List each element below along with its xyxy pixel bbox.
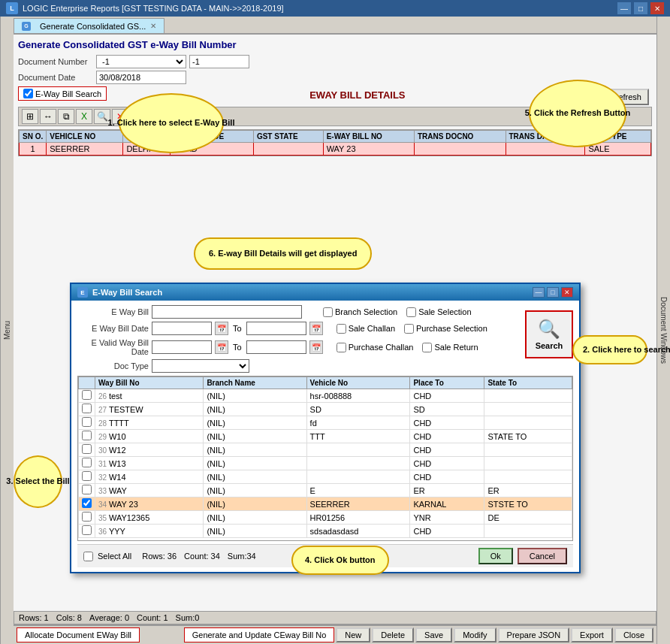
- eway-bill-input[interactable]: [152, 305, 302, 319]
- row-cb[interactable]: [79, 443, 95, 457]
- evalid-date-cal-to[interactable]: 📅: [309, 340, 323, 354]
- row-cb[interactable]: [79, 430, 95, 443]
- eway-search-checkbox[interactable]: E-Way Bill Search: [18, 86, 107, 101]
- row-vehicle: HR01256: [306, 511, 410, 525]
- doc-number-input[interactable]: -1: [189, 55, 249, 68]
- purchase-sel-cb[interactable]: [404, 324, 414, 334]
- eway-bill-label: E Way Bill: [77, 307, 149, 316]
- eway-date-cal-from[interactable]: 📅: [215, 322, 228, 335]
- row-checkbox[interactable]: [82, 525, 92, 535]
- row-checkbox[interactable]: [82, 458, 92, 467]
- dialog-table-row[interactable]: 29 W10 (NIL) TTT CHD STATE TO: [79, 430, 572, 443]
- row-branch: (NIL): [204, 389, 306, 403]
- dialog-table-row[interactable]: 28 TTTT (NIL) fd CHD: [79, 416, 572, 430]
- branch-sel-cb[interactable]: [323, 307, 333, 317]
- doc-type-select[interactable]: [152, 359, 249, 373]
- row-cb[interactable]: [79, 497, 95, 511]
- row-checkbox[interactable]: [82, 417, 92, 427]
- toolbar-excel-btn[interactable]: X: [76, 109, 92, 124]
- export-button[interactable]: Export: [571, 627, 613, 642]
- row-cb[interactable]: [79, 484, 95, 497]
- sale-challan-cb[interactable]: [337, 324, 346, 334]
- dialog-table-row[interactable]: 36 YYY (NIL) sdsadasdasd CHD: [79, 525, 572, 538]
- eway-search-label: E-Way Bill Search: [35, 89, 101, 98]
- prepare-json-button[interactable]: Prepare JSON: [498, 627, 570, 642]
- eway-date-to[interactable]: [246, 322, 306, 335]
- dialog-row-valid-date: E Valid Way Bill Date 📅 To 📅 Purchase Ch…: [77, 338, 573, 356]
- side-menu-left[interactable]: Menu: [0, 17, 14, 644]
- eway-date-cal-to[interactable]: 📅: [309, 322, 323, 335]
- row-checkbox[interactable]: [82, 498, 92, 508]
- modify-button[interactable]: Modify: [454, 627, 496, 642]
- cancel-button[interactable]: Cancel: [518, 548, 567, 564]
- eway-search-area: E-Way Bill Search: [18, 86, 107, 101]
- close-button[interactable]: ✕: [650, 2, 664, 14]
- dialog-table-row[interactable]: 26 test (NIL) hsr-008888 CHD: [79, 389, 572, 403]
- col-vehicle: VEHICLE NO: [47, 131, 123, 143]
- row-cb[interactable]: [79, 525, 95, 538]
- save-button[interactable]: Save: [415, 627, 452, 642]
- sale-sel-label: Sale Selection: [418, 307, 471, 316]
- new-button[interactable]: New: [336, 627, 370, 642]
- row-branch: (NIL): [204, 525, 306, 538]
- row-checkbox[interactable]: [82, 485, 92, 494]
- row-checkbox[interactable]: [82, 444, 92, 454]
- minimize-button[interactable]: —: [617, 2, 631, 14]
- generate-button[interactable]: Generate and Update CEway Bill No: [184, 627, 335, 642]
- row-cb[interactable]: [79, 511, 95, 525]
- dialog-table-row[interactable]: 31 W13 (NIL) CHD: [79, 457, 572, 470]
- maximize-button[interactable]: □: [634, 2, 647, 14]
- ok-button[interactable]: Ok: [478, 548, 513, 564]
- allocate-button[interactable]: Allocate Document EWay Bill: [17, 627, 140, 642]
- status-count: Count: 1: [137, 613, 168, 622]
- evalid-date-cal-from[interactable]: 📅: [215, 340, 228, 354]
- toolbar-nav-btn[interactable]: ↔: [40, 109, 56, 124]
- row-checkbox[interactable]: [82, 512, 92, 522]
- row-place: CHD: [410, 470, 484, 484]
- dialog-close[interactable]: ✕: [561, 287, 573, 298]
- eway-search-cb[interactable]: [23, 89, 33, 98]
- delete-button[interactable]: Delete: [372, 627, 414, 642]
- row-cb[interactable]: [79, 457, 95, 470]
- doc-date-input[interactable]: [96, 71, 186, 84]
- row-checkbox[interactable]: [82, 404, 92, 413]
- row-cb[interactable]: [79, 470, 95, 484]
- dialog-table-row[interactable]: 27 TESTEW (NIL) SD SD: [79, 403, 572, 416]
- side-menu-right[interactable]: Document Windows: [656, 17, 670, 644]
- tab-close-button[interactable]: ✕: [150, 22, 156, 30]
- purchase-challan-cb[interactable]: [337, 343, 346, 352]
- branch-sel-label: Branch Selection: [335, 307, 397, 316]
- row-checkbox[interactable]: [82, 471, 92, 481]
- col-branch: Branch Name: [204, 377, 306, 389]
- rows-label: Rows: 36: [142, 552, 177, 561]
- row-cb[interactable]: [79, 389, 95, 403]
- dialog-table-row[interactable]: 33 WAY (NIL) E ER ER: [79, 484, 572, 497]
- tab-bar: G Generate Consolidated GS... ✕: [14, 17, 656, 35]
- eway-date-from[interactable]: [152, 322, 212, 335]
- search-button[interactable]: 🔍 Search: [525, 310, 573, 358]
- row-place: CHD: [410, 389, 484, 403]
- row-vehicle: SEERRER: [306, 497, 410, 511]
- close-button-bottom[interactable]: Close: [614, 627, 653, 642]
- row-cb[interactable]: [79, 403, 95, 416]
- col-waybill: Way Bill No: [95, 377, 204, 389]
- evalid-date-to[interactable]: [246, 340, 306, 354]
- dialog-table-row[interactable]: 34 WAY 23 (NIL) SEERRER KARNAL STSTE TO: [79, 497, 572, 511]
- sale-return-cb[interactable]: [422, 343, 432, 352]
- evalid-date-from[interactable]: [152, 340, 212, 354]
- select-all-cb[interactable]: [83, 552, 93, 561]
- row-checkbox[interactable]: [82, 390, 92, 400]
- dialog-table-row[interactable]: 32 W14 (NIL) CHD: [79, 470, 572, 484]
- row-checkbox[interactable]: [82, 431, 92, 440]
- sale-sel-cb[interactable]: [406, 307, 416, 317]
- dialog-table-row[interactable]: 30 W12 (NIL) CHD: [79, 443, 572, 457]
- toolbar-grid-btn[interactable]: ⊞: [22, 109, 38, 124]
- dialog-maximize[interactable]: □: [547, 287, 559, 298]
- tab-generate-gst[interactable]: G Generate Consolidated GS... ✕: [14, 18, 164, 33]
- doc-number-select[interactable]: -1: [96, 55, 186, 68]
- toolbar-copy-btn[interactable]: ⧉: [58, 109, 74, 124]
- dialog-table-row[interactable]: 35 WAY12365 (NIL) HR01256 YNR DE: [79, 511, 572, 525]
- dialog-minimize[interactable]: —: [533, 287, 545, 298]
- row-branch: (NIL): [204, 497, 306, 511]
- row-cb[interactable]: [79, 416, 95, 430]
